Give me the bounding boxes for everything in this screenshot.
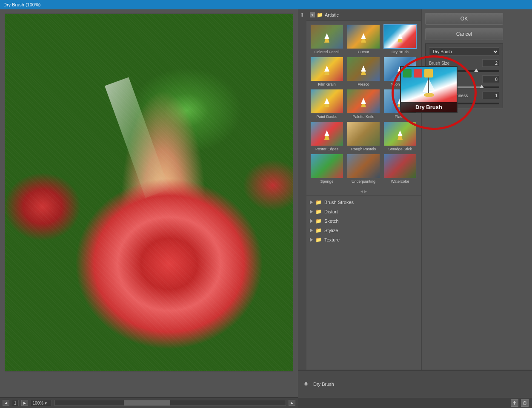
page-indicator: 1 (12, 400, 19, 406)
thumb-decoration (359, 65, 368, 75)
filter-fresco[interactable]: Fresco (346, 57, 380, 86)
filter-thumb-img (347, 121, 380, 146)
canvas-area: ◀ 1 ▶ 100% ▾ ▶ (0, 9, 298, 408)
title-label: Dry Brush (100%) (3, 2, 40, 7)
thumb-decoration (359, 97, 368, 107)
ok-button[interactable]: OK (425, 13, 503, 25)
category-texture[interactable]: 📁 Texture (306, 235, 421, 244)
filter-rough-pastels[interactable]: Rough Pastels (346, 121, 380, 151)
expand-icon (310, 228, 313, 233)
expand-icon (310, 200, 313, 204)
filter-label: Palette Knife (352, 115, 374, 119)
filter-thumb-img (310, 121, 343, 146)
filter-thumb-img (383, 121, 417, 146)
texture-smoothness-input[interactable] (482, 92, 499, 99)
thumb-decoration (323, 32, 331, 43)
filter-poster-edges[interactable]: Poster Edges (310, 121, 344, 151)
folder-icon: 📁 (315, 218, 322, 224)
scroll-track[interactable] (54, 400, 286, 406)
layer-footer (298, 398, 532, 408)
large-preview-popup: Dry Brush (400, 66, 458, 113)
filter-list-area: ▼ 📁 Artistic Colored Pencil (306, 9, 421, 370)
filter-label: Watercolor (391, 179, 409, 184)
cancel-button[interactable]: Cancel (425, 28, 503, 40)
expand-icon (310, 219, 313, 223)
filter-label: Smudge Stick (388, 147, 412, 151)
filter-sponge[interactable]: Sponge (310, 154, 344, 184)
category-list: 📁 Brush Strokes 📁 Distort 📁 Sketch (306, 195, 421, 246)
thumb-decoration (323, 65, 331, 75)
category-sketch[interactable]: 📁 Sketch (306, 216, 421, 226)
thumb-decoration (396, 32, 404, 43)
filter-thumb-img (310, 57, 343, 81)
svg-rect-2 (523, 402, 526, 405)
slider-thumb (474, 69, 478, 72)
filter-label: Rough Pastels (351, 147, 376, 151)
thumb-decoration (359, 32, 368, 43)
category-stylize[interactable]: 📁 Stylize (306, 226, 421, 235)
filter-thumb-img (347, 154, 380, 178)
svg-rect-7 (428, 77, 429, 93)
controls-area: OK Cancel Dry Brush Brush Size (421, 9, 506, 370)
filter-dry-brush[interactable]: Dry Brush (383, 24, 417, 54)
layer-area: 👁 Dry Brush (298, 370, 532, 408)
filter-thumb-img (310, 154, 343, 178)
prev-page-btn[interactable]: ◀ (3, 400, 9, 406)
filter-cutout[interactable]: Cutout (346, 24, 380, 54)
filter-dropdown[interactable]: Dry Brush (429, 47, 499, 56)
expand-icon (310, 210, 313, 214)
thumb-decoration (323, 129, 331, 140)
next-page-btn[interactable]: ▶ (21, 400, 28, 406)
canvas-wrapper (5, 14, 293, 371)
slider-thumb (480, 85, 484, 88)
artistic-category-header[interactable]: ▼ 📁 Artistic (306, 9, 421, 21)
svg-point-8 (424, 93, 434, 97)
filter-colored-pencil[interactable]: Colored Pencil (310, 24, 344, 54)
brush-detail-input[interactable] (482, 75, 499, 83)
svg-marker-6 (429, 79, 435, 90)
filter-underpainting[interactable]: Underpainting (346, 154, 380, 184)
title-bar: Dry Brush (100%) (0, 0, 532, 9)
artistic-collapse-btn[interactable]: ▼ (310, 12, 315, 17)
delete-layer-btn[interactable] (521, 399, 529, 407)
scroll-arrows: ◀ ▶ (360, 190, 366, 193)
category-label: Sketch (324, 218, 339, 224)
filter-thumb-img (310, 89, 343, 114)
layer-visibility-toggle[interactable]: 👁 (302, 380, 310, 388)
collapse-panel-btn[interactable]: ⬆ (298, 9, 306, 370)
filter-label: Colored Pencil (315, 50, 340, 54)
filter-thumb-img (310, 24, 343, 49)
brush-size-label: Brush Size (429, 61, 449, 66)
folder-icon: 📁 (315, 209, 322, 215)
filter-palette-knife[interactable]: Palette Knife (346, 89, 380, 119)
thumb-decoration (323, 97, 331, 107)
folder-icon: 📁 (315, 227, 322, 233)
new-layer-btn[interactable] (511, 399, 518, 407)
brush-size-input[interactable] (482, 59, 499, 67)
filter-label: Sponge (320, 179, 333, 184)
filter-paint-daubs[interactable]: Paint Daubs (310, 89, 344, 119)
filter-label: Plas... (395, 115, 405, 119)
expand-icon (310, 238, 313, 242)
folder-icon: 📁 (317, 12, 323, 18)
filter-thumb-img (347, 89, 380, 114)
filter-film-grain[interactable]: Film Grain (310, 57, 344, 86)
scroll-right-btn[interactable]: ▶ (289, 400, 295, 406)
large-preview-label: Dry Brush (401, 102, 457, 112)
filter-smudge-stick[interactable]: Smudge Stick (383, 121, 417, 151)
svg-rect-3 (523, 402, 526, 402)
preview-sailboat-decoration (420, 77, 438, 98)
filter-label: Poster Edges (315, 147, 338, 151)
filter-label: Film Grain (318, 82, 336, 86)
filter-label: Dry Brush (392, 50, 409, 54)
layer-content: 👁 Dry Brush (298, 371, 532, 398)
zoom-selector[interactable]: 100% ▾ (31, 400, 52, 406)
filter-thumb-img (383, 24, 417, 49)
svg-rect-1 (514, 401, 515, 405)
filter-watercolor[interactable]: Watercolor (383, 154, 417, 184)
filter-scroll-indicator: ◀ ▶ (306, 187, 421, 195)
canvas-image (5, 14, 293, 371)
filter-thumb-img (347, 24, 380, 49)
category-brush-strokes[interactable]: 📁 Brush Strokes (306, 198, 421, 207)
category-distort[interactable]: 📁 Distort (306, 207, 421, 216)
